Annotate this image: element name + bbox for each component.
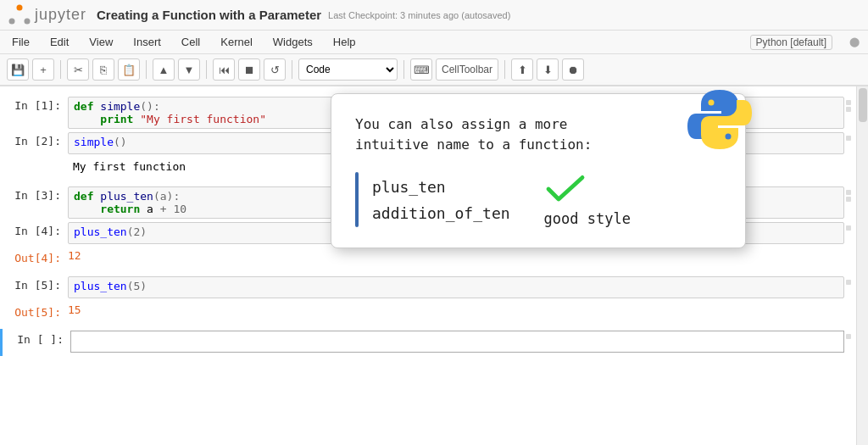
cell-1-handle xyxy=(844,97,856,115)
menu-bar: File Edit View Insert Cell Kernel Widget… xyxy=(0,31,868,54)
menu-widgets[interactable]: Widgets xyxy=(270,34,316,50)
popup-left-bar xyxy=(355,172,359,227)
copy-button[interactable]: ⎘ xyxy=(92,58,114,81)
cell-5-output: Out[5]: 15 xyxy=(0,302,856,329)
toolbar: 💾 + ✂ ⎘ 📋 ▲ ▼ ⏮ ⏹ ↺ Code Markdown Raw NB… xyxy=(0,54,868,86)
cell-4-output: Out[4]: 12 xyxy=(0,248,856,275)
save-button[interactable]: 💾 xyxy=(7,58,29,81)
scrollbar-thumb[interactable] xyxy=(859,88,867,122)
cell-2-output-text: My first function xyxy=(68,159,191,174)
menu-help[interactable]: Help xyxy=(330,34,359,50)
cell-5: In [5]: plus_ten(5) xyxy=(0,275,856,302)
cell-1-label: In [1]: xyxy=(0,97,68,112)
python-logo-area xyxy=(686,86,754,153)
download-button[interactable]: ⬇ xyxy=(537,58,559,81)
svg-point-3 xyxy=(709,100,715,106)
top-bar: jupyter Creating a Function with a Param… xyxy=(0,0,868,31)
popup-name-2: addition_of_ten xyxy=(372,204,510,222)
python-logo-svg xyxy=(686,86,754,153)
handle-dot xyxy=(846,225,851,231)
paste-button[interactable]: 📋 xyxy=(118,58,140,81)
cell-6-content[interactable] xyxy=(70,331,844,353)
cell-4-handle xyxy=(844,222,856,234)
popup-names: plus_ten addition_of_ten xyxy=(372,178,510,222)
toolbar-sep-5 xyxy=(403,60,404,79)
toolbar-sep-2 xyxy=(146,60,147,79)
skip-to-start-button[interactable]: ⏮ xyxy=(213,58,235,81)
menu-edit[interactable]: Edit xyxy=(47,34,72,50)
kernel-circle: ⬤ xyxy=(849,36,860,47)
record-button[interactable]: ⏺ xyxy=(562,58,584,81)
toolbar-sep-1 xyxy=(60,60,61,79)
cell-5-label: In [5]: xyxy=(0,276,68,292)
popup-text: You can also assign a more intuitive nam… xyxy=(355,114,721,155)
cell-6-handle xyxy=(844,331,856,342)
cell-3-handle xyxy=(844,186,856,205)
menu-view[interactable]: View xyxy=(86,34,116,50)
good-style-label: good style xyxy=(544,210,631,227)
handle-dot xyxy=(846,280,851,285)
toolbar-sep-6 xyxy=(504,60,505,79)
menu-file[interactable]: File xyxy=(8,34,33,50)
scrollbar[interactable] xyxy=(856,86,868,445)
handle-dot xyxy=(846,100,851,105)
cell-3-label: In [3]: xyxy=(0,186,68,202)
cell-5-out-label: Out[5]: xyxy=(0,303,68,319)
menu-kernel[interactable]: Kernel xyxy=(217,34,256,50)
celltoolbar-button[interactable]: CellToolbar xyxy=(436,58,498,81)
keyboard-button[interactable]: ⌨ xyxy=(410,58,432,81)
cell-4-label: In [4]: xyxy=(0,222,68,237)
toolbar-sep-4 xyxy=(292,60,292,79)
cell-type-select[interactable]: Code Markdown Raw NBConvert xyxy=(298,58,398,81)
popup-examples: plus_ten addition_of_ten good style xyxy=(355,172,721,227)
svg-point-0 xyxy=(17,4,23,10)
cell-5-output-num: 15 xyxy=(68,303,81,316)
jupyter-icon-svg xyxy=(8,4,31,26)
menu-insert[interactable]: Insert xyxy=(130,34,164,50)
refresh-button[interactable]: ↺ xyxy=(264,58,286,81)
cell-4-out-label: Out[4]: xyxy=(0,249,68,264)
svg-point-4 xyxy=(726,134,732,140)
jupyter-logo: jupyter xyxy=(8,4,86,26)
upload-button[interactable]: ⬆ xyxy=(511,58,533,81)
move-up-button[interactable]: ▲ xyxy=(153,58,175,81)
handle-dot xyxy=(846,107,851,112)
toolbar-sep-3 xyxy=(206,60,207,79)
cell-2-label: In [2]: xyxy=(0,132,68,147)
add-cell-button[interactable]: + xyxy=(32,58,54,81)
notebook-title: Creating a Function with a Parameter xyxy=(97,8,321,22)
move-down-button[interactable]: ▼ xyxy=(178,58,200,81)
svg-point-1 xyxy=(9,18,15,24)
jupyter-text-label: jupyter xyxy=(35,6,86,24)
svg-point-2 xyxy=(25,18,31,24)
cell-6-label: In [ ]: xyxy=(3,331,70,346)
popup-checkmark-area: good style xyxy=(544,172,631,227)
popup-name-1: plus_ten xyxy=(372,178,510,196)
handle-dot xyxy=(846,190,851,195)
cell-2-output-label xyxy=(0,159,68,162)
cut-button[interactable]: ✂ xyxy=(67,58,89,81)
kernel-status: Python [default] xyxy=(750,35,832,50)
checkmark-icon xyxy=(544,172,587,206)
cell-5-content[interactable]: plus_ten(5) xyxy=(68,276,844,298)
stop-button[interactable]: ⏹ xyxy=(238,58,260,81)
handle-dot xyxy=(846,197,851,202)
cell-4-output-num: 12 xyxy=(68,249,81,262)
handle-dot xyxy=(846,334,851,339)
cell-2-handle xyxy=(844,132,856,144)
popup-overlay: You can also assign a more intuitive nam… xyxy=(331,93,746,248)
handle-dot xyxy=(846,136,851,141)
cell-5-handle xyxy=(844,276,856,288)
checkpoint-info: Last Checkpoint: 3 minutes ago (autosave… xyxy=(328,10,510,20)
cell-6: In [ ]: xyxy=(0,329,856,356)
menu-cell[interactable]: Cell xyxy=(178,34,203,50)
